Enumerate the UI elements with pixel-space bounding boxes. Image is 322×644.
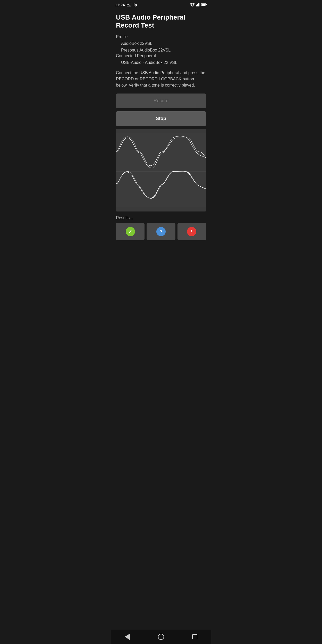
status-right [190, 3, 207, 7]
waveform-display [116, 129, 206, 211]
instructions-text: Connect the USB Audio Peripheral and pre… [116, 70, 206, 88]
connected-device: USB-Audio - AudioBox 22 VSL [116, 59, 206, 66]
result-error-button[interactable]: ! [177, 223, 206, 240]
page-title: USB Audio Peripheral Record Test [116, 13, 206, 29]
results-label: Results... [116, 216, 206, 220]
svg-rect-7 [202, 4, 206, 6]
profile-line1: AudioBox 22VSL [116, 40, 206, 47]
result-unknown-button[interactable]: ? [147, 223, 175, 240]
waveform-svg [116, 129, 206, 211]
profile-section: Profile AudioBox 22VSL Presonus AudioBox… [116, 35, 206, 66]
status-left: 11:24 ip [115, 3, 137, 7]
results-buttons: ✓ ? ! [116, 223, 206, 240]
error-icon: ! [187, 227, 196, 236]
signal-icon [196, 3, 200, 6]
connected-label: Connected Peripheral [116, 54, 206, 58]
result-success-button[interactable]: ✓ [116, 223, 145, 240]
wifi-icon [190, 3, 195, 7]
svg-rect-9 [116, 133, 206, 207]
unknown-icon: ? [156, 227, 166, 236]
profile-label: Profile [116, 35, 206, 39]
stop-button[interactable]: Stop [116, 111, 206, 126]
clock: 11:24 [115, 3, 125, 7]
image-icon [127, 3, 131, 6]
record-button[interactable]: Record [116, 94, 206, 108]
main-content: USB Audio Peripheral Record Test Profile… [111, 9, 211, 268]
battery-icon [201, 3, 207, 6]
success-icon: ✓ [126, 227, 135, 236]
status-bar: 11:24 ip [111, 0, 211, 9]
svg-rect-2 [196, 5, 197, 6]
svg-rect-8 [206, 4, 207, 5]
svg-rect-5 [199, 3, 200, 6]
svg-rect-4 [198, 3, 199, 6]
svg-rect-3 [197, 4, 198, 6]
profile-line2: Presonus AudioBox 22VSL [116, 47, 206, 54]
network-label: ip [133, 3, 137, 7]
